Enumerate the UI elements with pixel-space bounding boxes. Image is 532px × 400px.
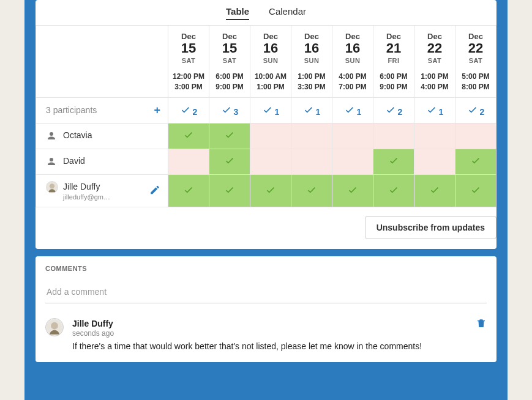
check-icon — [388, 187, 399, 197]
availability-cell[interactable] — [250, 174, 291, 207]
availability-cell[interactable] — [291, 123, 332, 149]
slot-count: 2 — [455, 97, 496, 123]
comment-author: Jille Duffy — [72, 319, 113, 328]
tab-calendar[interactable]: Calendar — [269, 6, 306, 20]
availability-cell[interactable] — [291, 174, 332, 207]
check-icon — [306, 187, 317, 197]
person-icon — [46, 130, 57, 141]
check-icon — [183, 187, 194, 197]
participant-name: Octavia — [63, 130, 92, 140]
slot-header: Dec22SAT1:00 PM4:00 PM — [414, 26, 455, 98]
slot-header: Dec16SUN4:00 PM7:00 PM — [332, 26, 373, 98]
comment-text: If there's a time that would work better… — [72, 341, 487, 351]
slot-count: 1 — [291, 97, 332, 123]
availability-cell[interactable] — [209, 149, 250, 174]
availability-cell[interactable] — [209, 174, 250, 207]
check-icon — [385, 107, 396, 117]
comment-item: Jille Duffyseconds agoIf there's a time … — [45, 318, 487, 351]
add-participant-button[interactable]: + — [154, 104, 160, 117]
comment-time: seconds ago — [72, 329, 487, 338]
availability-cell[interactable] — [250, 123, 291, 149]
participant-row: Jille Duffyjilleduffy@gm… — [36, 174, 496, 207]
availability-cell[interactable] — [332, 149, 373, 174]
slot-header: Dec15SAT12:00 PM3:00 PM — [168, 26, 209, 98]
edit-button[interactable] — [149, 184, 160, 197]
check-icon — [221, 107, 232, 117]
comment-input[interactable] — [45, 281, 487, 303]
availability-cell[interactable] — [373, 174, 414, 207]
check-icon — [467, 107, 478, 117]
availability-cell[interactable] — [414, 174, 455, 207]
check-icon — [388, 157, 399, 168]
availability-cell[interactable] — [455, 123, 496, 149]
slot-count: 1 — [250, 97, 291, 123]
slot-count: 1 — [414, 97, 455, 123]
availability-cell[interactable] — [209, 123, 250, 149]
comments-heading: COMMENTS — [45, 265, 487, 272]
check-icon — [262, 107, 273, 117]
availability-cell[interactable] — [332, 123, 373, 149]
slot-header: Dec16SUN10:00 AM1:00 PM — [250, 26, 291, 98]
slot-header: Dec22SAT5:00 PM8:00 PM — [455, 26, 496, 98]
person-icon — [46, 156, 57, 167]
poll-card: Table Calendar Dec15SAT12:00 PM3:00 PMDe… — [36, 0, 496, 249]
slot-header: Dec15SAT6:00 PM9:00 PM — [209, 26, 250, 98]
check-icon — [470, 187, 481, 197]
slot-count: 2 — [373, 97, 414, 123]
availability-cell[interactable] — [168, 174, 209, 207]
unsubscribe-button[interactable]: Unsubscribe from updates — [365, 216, 496, 239]
slot-count: 1 — [332, 97, 373, 123]
availability-cell[interactable] — [373, 149, 414, 174]
check-icon — [224, 187, 235, 197]
availability-cell[interactable] — [455, 149, 496, 174]
availability-cell[interactable] — [250, 149, 291, 174]
slot-count: 2 — [168, 97, 209, 123]
availability-cell[interactable] — [168, 123, 209, 149]
check-icon — [224, 157, 235, 168]
participant-email: jilleduffy@gm… — [63, 193, 162, 201]
slot-header: Dec16SUN1:00 PM3:30 PM — [291, 26, 332, 98]
availability-cell[interactable] — [455, 174, 496, 207]
participants-count-cell: 3 participants+ — [36, 97, 168, 123]
avatar — [46, 181, 58, 193]
check-icon — [265, 187, 276, 197]
participant-row: David — [36, 149, 496, 174]
check-icon — [429, 187, 440, 197]
availability-cell[interactable] — [373, 123, 414, 149]
view-tabs: Table Calendar — [36, 0, 496, 25]
slot-count: 3 — [209, 97, 250, 123]
availability-cell[interactable] — [168, 149, 209, 174]
comments-card: COMMENTS Jille Duffyseconds agoIf there'… — [36, 256, 496, 362]
availability-cell[interactable] — [414, 123, 455, 149]
avatar — [45, 318, 64, 336]
check-icon — [180, 107, 191, 117]
check-icon — [183, 131, 194, 142]
slot-header: Dec21FRI6:00 PM9:00 PM — [373, 26, 414, 98]
check-icon — [347, 187, 358, 197]
delete-comment-button[interactable] — [476, 318, 487, 331]
check-icon — [224, 131, 235, 142]
check-icon — [303, 107, 314, 117]
tab-table[interactable]: Table — [226, 6, 249, 20]
check-icon — [426, 107, 437, 117]
participant-row: Octavia — [36, 123, 496, 149]
availability-cell[interactable] — [414, 149, 455, 174]
availability-cell[interactable] — [332, 174, 373, 207]
check-icon — [470, 157, 481, 168]
participant-name: David — [63, 156, 85, 166]
availability-cell[interactable] — [291, 149, 332, 174]
schedule-table: Dec15SAT12:00 PM3:00 PMDec15SAT6:00 PM9:… — [36, 25, 496, 207]
participant-name: Jille Duffy — [63, 181, 100, 191]
check-icon — [344, 107, 355, 117]
